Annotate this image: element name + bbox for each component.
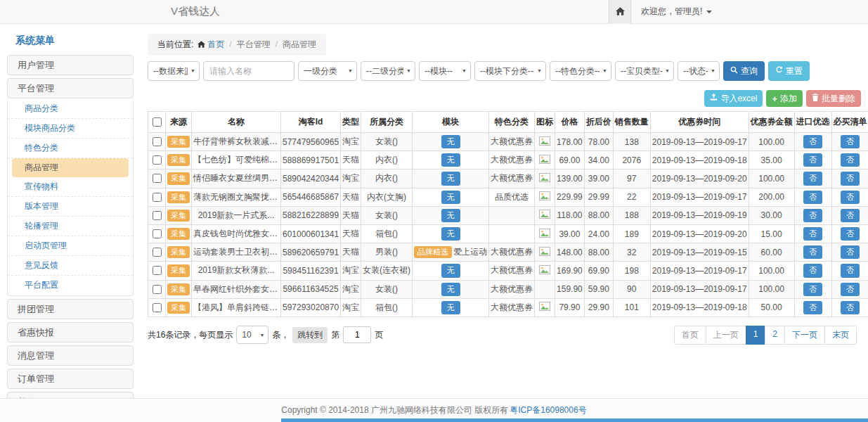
must-buy-toggle[interactable]: 否 (841, 153, 860, 167)
source-badge: 采集 (167, 154, 190, 166)
must-buy-toggle[interactable]: 否 (841, 227, 860, 241)
sidebar-item-user-mgmt[interactable]: 用户管理 (7, 55, 134, 75)
sidebar-item-order-mgmt[interactable]: 订单管理 (7, 369, 134, 389)
product-type: 淘宝 (341, 133, 361, 151)
coupon-time: 2019-09-13—2019-09-17 (650, 188, 749, 206)
row-checkbox[interactable] (153, 211, 162, 220)
row-checkbox[interactable] (153, 193, 162, 202)
data-source-select[interactable]: --数据来源-- (148, 61, 200, 81)
col-header-checkbox (148, 112, 166, 133)
module-select[interactable]: --模块-- (419, 61, 471, 81)
must-buy-toggle[interactable]: 否 (841, 264, 860, 277)
import-select-toggle[interactable]: 否 (803, 264, 822, 277)
import-select-toggle[interactable]: 否 (803, 135, 822, 148)
module-subcategory-select[interactable]: --模块下分类-- (474, 61, 546, 81)
select-all-checkbox[interactable] (153, 117, 162, 127)
sidebar-item-message-mgmt[interactable]: 消息管理 (7, 345, 134, 366)
import-select-toggle[interactable]: 否 (803, 301, 822, 314)
status-select[interactable]: --状态-- (678, 61, 720, 81)
must-buy-toggle[interactable]: 否 (841, 209, 860, 222)
home-button[interactable] (609, 0, 631, 24)
must-buy-toggle[interactable]: 否 (841, 135, 860, 148)
page-button-first[interactable]: 首页 (674, 326, 706, 345)
import-select-toggle[interactable]: 否 (803, 227, 822, 241)
per-page-select[interactable]: 10 (236, 326, 268, 344)
import-excel-button[interactable]: 导入excel (704, 90, 763, 107)
breadcrumb-home-link[interactable]: 首页 (207, 39, 224, 49)
sidebar-item-platform-mgmt[interactable]: 平台管理 (7, 78, 134, 98)
feature-category: 大额优惠券 (489, 243, 535, 262)
sidebar-subitem-module-goods-category[interactable]: 模块商品分类 (8, 119, 133, 139)
icp-link[interactable]: 粤ICP备16098006号 (510, 404, 586, 416)
sidebar-subitem-goods-category[interactable]: 商品分类 (8, 99, 133, 119)
must-buy-toggle[interactable]: 否 (841, 283, 860, 296)
import-select-toggle[interactable]: 否 (803, 172, 822, 185)
item-type-select[interactable]: --宝贝类型-- (615, 61, 674, 81)
sidebar-subitem-promo-material[interactable]: 宣传物料 (8, 177, 133, 197)
level2-category-select[interactable]: --二级分类-- (361, 61, 415, 81)
module-subcategory-select-wrap: --模块下分类--▼ (474, 61, 546, 81)
page-button-prev[interactable]: 上一页 (706, 326, 746, 345)
reset-button[interactable]: 重置 (768, 61, 810, 81)
import-select-toggle[interactable]: 否 (803, 283, 822, 296)
discount-price: 39.00 (584, 170, 613, 188)
search-button[interactable]: 查询 (723, 61, 765, 81)
row-checkbox[interactable] (153, 137, 162, 146)
row-checkbox[interactable] (153, 229, 162, 238)
import-select-toggle[interactable]: 否 (803, 245, 822, 259)
sidebar-subitem-version-mgmt[interactable]: 版本管理 (8, 197, 133, 217)
module-cell: 无 (413, 133, 489, 151)
must-buy-toggle[interactable]: 否 (841, 172, 860, 185)
must-buy-toggle[interactable]: 否 (841, 245, 860, 259)
jump-page-input[interactable] (343, 326, 371, 343)
must-buy-toggle[interactable]: 否 (841, 301, 860, 314)
row-checkbox[interactable] (153, 285, 162, 294)
price: 169.90 (555, 262, 585, 280)
import-select-toggle[interactable]: 否 (803, 153, 822, 167)
sidebar-subitem-feature-category[interactable]: 特色分类 (8, 139, 133, 158)
level1-category-select[interactable]: 一级分类 (298, 61, 357, 81)
sidebar-item-label: 用户管理 (18, 60, 54, 70)
row-checkbox[interactable] (153, 174, 162, 183)
row-checkbox[interactable] (153, 248, 162, 257)
import-select-toggle[interactable]: 否 (803, 209, 822, 222)
source-badge: 采集 (167, 136, 190, 148)
taoke-id: 597293020870 (281, 298, 341, 316)
sidebar-subitem-feedback[interactable]: 意见反馈 (8, 256, 133, 276)
page-button-next[interactable]: 下一页 (784, 326, 825, 345)
row-checkbox[interactable] (153, 303, 162, 312)
product-name-input[interactable] (203, 61, 294, 81)
bottom-scrollbar[interactable] (281, 418, 868, 422)
product-name: 牛仔背带裤女秋装减龄... (192, 133, 281, 151)
discount-price: 29.99 (584, 188, 613, 206)
sidebar-subitem-goods-mgmt[interactable]: 商品管理 (12, 158, 129, 177)
import-select-toggle[interactable]: 否 (803, 191, 822, 204)
caret-down-icon (706, 11, 712, 13)
sidebar-subitem-platform-config[interactable]: 平台配置 (8, 276, 133, 295)
price: 39.00 (555, 224, 585, 243)
sidebar-item-saving-news[interactable]: 省惠快报 (7, 322, 134, 343)
page-button-page-2[interactable]: 2 (765, 326, 785, 345)
sidebar-subitem-label: 启动页管理 (25, 241, 67, 250)
sidebar-item-groupbuy-mgmt[interactable]: 拼团管理 (7, 299, 134, 319)
row-checkbox[interactable] (153, 266, 162, 275)
jump-button[interactable]: 跳转到 (292, 327, 328, 343)
sidebar-subitem-splash-page-mgmt[interactable]: 启动页管理 (8, 236, 133, 256)
add-button[interactable]: + 添加 (766, 90, 803, 107)
feature-category-select[interactable]: --特色分类-- (550, 61, 611, 81)
topbar-right: 欢迎您，管理员! (609, 0, 712, 23)
user-menu[interactable]: 欢迎您，管理员! (641, 6, 712, 18)
sidebar-subitem-carousel-mgmt[interactable]: 轮播管理 (8, 217, 133, 236)
level2-category-select-wrap: --二级分类--▼ (361, 61, 415, 81)
refresh-icon (775, 66, 783, 76)
batch-delete-button[interactable]: 批量删除 (806, 90, 861, 107)
table-row: 采集薄款无钢圈文胸聚拢性...565446685867天猫内衣(文胸)无品质优选… (148, 188, 868, 206)
page-button-page-1[interactable]: 1 (746, 326, 766, 345)
row-checkbox[interactable] (153, 155, 162, 165)
sales-count: 90 (613, 280, 650, 298)
filter-bar: --数据来源--▼一级分类▼--二级分类--▼--模块--▼--模块下分类--▼… (148, 61, 861, 81)
sidebar-subitem-label: 商品分类 (25, 103, 58, 113)
must-buy-toggle[interactable]: 否 (841, 191, 860, 204)
page-button-last[interactable]: 末页 (824, 326, 857, 345)
feature-category: 大额优惠券 (489, 280, 535, 298)
